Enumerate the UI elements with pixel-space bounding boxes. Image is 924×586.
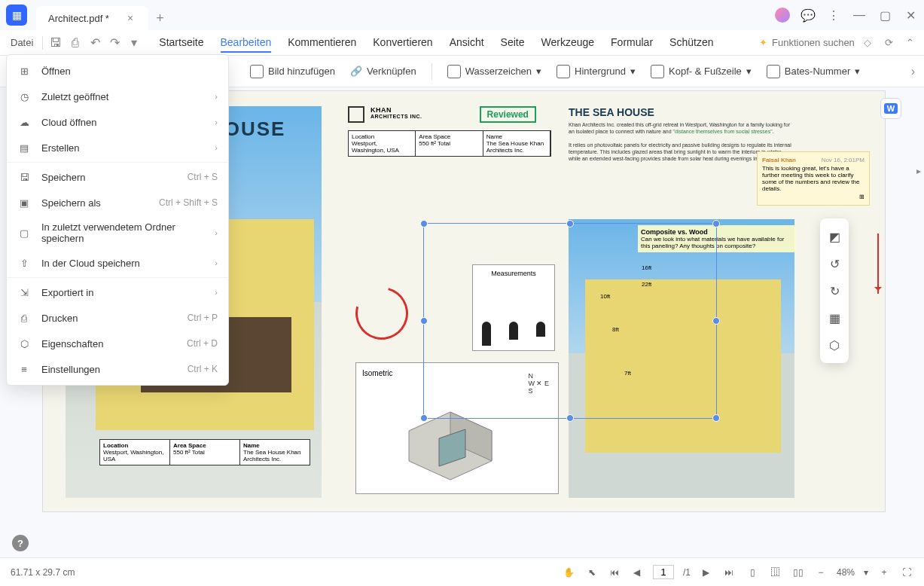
tab-schuetzen[interactable]: Schützen: [669, 33, 713, 53]
menu-save-as[interactable]: ▣Speichern alsCtrl + Shift + S: [7, 190, 228, 215]
handle-tr[interactable]: [712, 220, 720, 227]
handle-br[interactable]: [712, 414, 720, 422]
handle-bm[interactable]: [566, 414, 574, 422]
view-continuous-icon[interactable]: ⿲: [769, 566, 782, 579]
menu-print[interactable]: ⎙DruckenCtrl + P: [7, 305, 228, 331]
watermark-icon: [447, 65, 461, 78]
settings-icon: ≡: [17, 362, 31, 376]
annotation-circle: [346, 277, 418, 349]
bates-icon: [767, 65, 780, 78]
menu-create[interactable]: ▤Erstellen›: [7, 135, 228, 160]
tool-background[interactable]: Hintergrund▾: [557, 65, 636, 78]
first-page-icon[interactable]: ⏮: [608, 566, 621, 579]
tab-kommentieren[interactable]: Kommentieren: [288, 33, 356, 53]
zoom-in-icon[interactable]: +: [877, 566, 891, 579]
menu-settings[interactable]: ≡EinstellungenCtrl + K: [7, 356, 228, 382]
save-icon[interactable]: 🖫: [47, 35, 64, 51]
tool-header-footer[interactable]: Kopf- & Fußzeile▾: [651, 65, 752, 78]
selection-box[interactable]: [423, 223, 717, 419]
minimize-button[interactable]: —: [852, 8, 867, 23]
document-tab[interactable]: Architect.pdf * ×: [36, 6, 148, 30]
file-menu-button[interactable]: Datei: [6, 34, 38, 51]
menu-export[interactable]: ⇲Exportiert in›: [7, 279, 228, 305]
redo-icon[interactable]: ↷: [106, 35, 123, 51]
zoom-dropdown-icon[interactable]: ▾: [864, 567, 868, 578]
avatar-icon[interactable]: [775, 8, 790, 23]
tool-watermark[interactable]: Wasserzeichen▾: [447, 65, 541, 78]
rotate-left-icon[interactable]: ↺: [820, 250, 849, 277]
print-icon[interactable]: ⎙: [67, 35, 84, 51]
chat-icon[interactable]: 💬: [800, 8, 816, 23]
help-button[interactable]: ?: [12, 535, 29, 551]
tab-startseite[interactable]: Startseite: [159, 33, 203, 53]
shape-icon[interactable]: ⬡: [820, 331, 849, 359]
tab-title: Architect.pdf *: [48, 13, 109, 24]
separator: [432, 63, 432, 80]
page-input[interactable]: [653, 565, 674, 579]
last-page-icon[interactable]: ⏭: [722, 566, 736, 579]
menu-recent[interactable]: ◷Zuletzt geöffnet›: [7, 84, 228, 109]
more-tools-icon[interactable]: ›: [911, 65, 915, 78]
document-icon: ▤: [17, 141, 31, 154]
expand-icon[interactable]: ⌃: [901, 35, 918, 51]
handle-bl[interactable]: [420, 414, 428, 422]
comment-note[interactable]: Faisal KhanNov 16, 2:01PM This is lookin…: [757, 151, 870, 206]
menu-cloud-save[interactable]: ⇧In der Cloud speichern›: [7, 250, 228, 276]
close-button[interactable]: ✕: [903, 8, 918, 23]
view-facing-icon[interactable]: ▯▯: [791, 566, 805, 579]
chevron-right-icon: ›: [215, 288, 218, 297]
export-icon: ⇲: [17, 285, 31, 299]
rotate-right-icon[interactable]: ↻: [820, 277, 849, 304]
menu-save[interactable]: 🖫SpeichernCtrl + S: [7, 164, 228, 190]
prev-page-icon[interactable]: ◀: [630, 566, 644, 579]
more-icon[interactable]: ⋮: [826, 8, 841, 23]
menu-recent-folder[interactable]: ▢In zuletzt verwendetem Ordner speichern…: [7, 215, 228, 250]
annotation-arrow: [877, 233, 879, 294]
tool-link[interactable]: 🔗Verknüpfen: [350, 66, 416, 77]
app-icon: ▦: [6, 5, 27, 26]
select-tool-icon[interactable]: ⬉: [585, 566, 599, 579]
handle-tm[interactable]: [566, 220, 574, 227]
menu-cloud-open[interactable]: ☁Cloud öffnen›: [7, 109, 228, 135]
add-icon[interactable]: ⊞: [762, 194, 865, 200]
undo-icon[interactable]: ↶: [87, 35, 103, 51]
handle-mr[interactable]: [712, 317, 720, 325]
hand-tool-icon[interactable]: ✋: [563, 566, 576, 579]
search-input[interactable]: [772, 37, 855, 48]
zoom-out-icon[interactable]: −: [814, 566, 828, 579]
maximize-button[interactable]: ▢: [877, 8, 892, 23]
tab-bearbeiten[interactable]: Bearbeiten: [221, 33, 272, 53]
send-icon[interactable]: ◇: [859, 35, 876, 51]
tab-konvertieren[interactable]: Konvertieren: [373, 33, 432, 53]
tab-formular[interactable]: Formular: [611, 33, 653, 53]
crop-icon[interactable]: ◩: [820, 223, 849, 250]
tool-bates[interactable]: Bates-Nummer▾: [767, 65, 860, 78]
chevron-down-icon: ▾: [536, 66, 541, 77]
menu-properties[interactable]: ⬡EigenschaftenCtrl + D: [7, 331, 228, 356]
tab-seite[interactable]: Seite: [501, 33, 525, 53]
dropdown-icon[interactable]: ▾: [126, 35, 142, 51]
chevron-right-icon: ›: [215, 228, 218, 237]
close-icon[interactable]: ×: [127, 12, 133, 24]
view-single-icon[interactable]: ▯: [746, 566, 760, 579]
handle-tl[interactable]: [420, 220, 428, 227]
export-word-badge[interactable]: W: [880, 98, 901, 119]
menu-open[interactable]: ⊞Öffnen: [7, 58, 228, 84]
side-panel-toggle[interactable]: ▸: [916, 166, 921, 176]
replace-image-icon[interactable]: ▦: [820, 304, 849, 331]
sea-house-title: THE SEA HOUSE: [569, 106, 794, 118]
file-menu-dropdown: ⊞Öffnen ◷Zuletzt geöffnet› ☁Cloud öffnen…: [6, 54, 229, 386]
tab-werkzeuge[interactable]: Werkzeuge: [541, 33, 595, 53]
image-icon: [250, 65, 264, 78]
cloud-icon[interactable]: ⟳: [880, 35, 897, 51]
next-page-icon[interactable]: ▶: [700, 566, 713, 579]
chevron-right-icon: ›: [215, 92, 218, 101]
clock-icon: ◷: [17, 90, 31, 103]
handle-ml[interactable]: [420, 317, 428, 325]
tab-ansicht[interactable]: Ansicht: [450, 33, 484, 53]
fullscreen-icon[interactable]: ⛶: [900, 566, 913, 579]
chevron-right-icon: ›: [215, 143, 218, 152]
new-tab-button[interactable]: +: [156, 11, 164, 26]
tool-add-image[interactable]: Bild hinzufügen: [250, 65, 335, 78]
background-icon: [557, 65, 570, 78]
